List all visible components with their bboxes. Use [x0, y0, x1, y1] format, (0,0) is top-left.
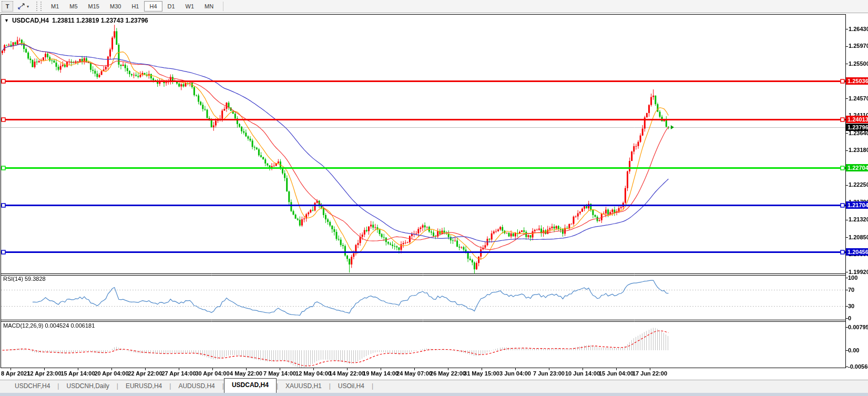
price-axis-label: 1.25500 [849, 60, 868, 67]
price-axis-label: 1.23180 [849, 147, 868, 154]
time-axis-label: 3 Jun 04:00 [499, 370, 531, 377]
dropdown-caret-icon: ▾ [27, 4, 29, 9]
price-axis-label: 1.26430 [849, 26, 868, 33]
macd-axis-label: 0.00 [848, 347, 859, 353]
chart-tab-audusd[interactable]: AUDUSD,H4 [171, 380, 222, 393]
timeframe-button-h1[interactable]: H1 [126, 1, 144, 12]
price-level-badge: 1.25036 [846, 77, 868, 85]
price-axis-label: 1.25970 [849, 43, 868, 49]
rsi-panel-title: RSI(14) 59.3828 [3, 276, 46, 282]
rsi-axis-label: 0 [848, 315, 851, 321]
time-axis-label: 31 May 15:00 [464, 370, 499, 377]
time-axis-label: 8 Apr 2021 [1, 370, 30, 377]
rsi-axis-label: 100 [848, 275, 857, 281]
timeframe-button-m1[interactable]: M1 [46, 1, 64, 12]
price-axis-label: 1.21320 [849, 216, 868, 223]
terminal-window: T ▾ M1M5M15M30H1H4D1W1MN ▼ USDCAD,H4 1.2… [0, 0, 868, 396]
timeframe-button-m5[interactable]: M5 [64, 1, 83, 12]
text-tool-button[interactable]: T [2, 1, 13, 12]
timeframe-button-mn[interactable]: MN [199, 1, 219, 12]
toolbar-separator [223, 2, 223, 11]
price-level-badge: 1.21704 [846, 201, 868, 209]
collapse-triangle-icon[interactable]: ▼ [4, 18, 9, 23]
timeframe-button-w1[interactable]: W1 [180, 1, 200, 12]
toolbar-grip [36, 2, 42, 11]
chart-tab-eurusd[interactable]: EURUSD,H4 [118, 380, 169, 393]
price-level-badge: 1.24013 [846, 116, 868, 123]
time-axis-label: 15 Apr 14:00 [60, 370, 95, 377]
chart-tab-bar: USDCHF,H4|USDCNH,Daily|EURUSD,H4|AUDUSD,… [0, 380, 868, 393]
chart-tab-usoil[interactable]: USOil,H4 [331, 380, 372, 393]
price-chart-canvas[interactable] [0, 0, 868, 396]
cursor-tool-button[interactable]: ▾ [14, 1, 32, 12]
price-level-badge: 1.22704 [846, 164, 868, 171]
window-bottom-edge [0, 393, 868, 396]
macd-axis-label: 0.007959 [848, 324, 868, 330]
macd-axis-label: -0.005663 [848, 363, 868, 370]
crosshair-arrows-icon [17, 3, 25, 10]
rsi-axis-label: 30 [848, 303, 854, 309]
time-axis-label: 4 May 22:00 [230, 370, 262, 377]
chart-ohlc-values: 1.23811 1.23819 1.23743 1.23796 [52, 17, 148, 24]
timeframe-button-h4[interactable]: H4 [144, 1, 162, 12]
time-axis-label: 7 Jun 23:00 [533, 370, 565, 377]
top-toolbar: T ▾ M1M5M15M30H1H4D1W1MN [0, 0, 868, 13]
time-axis-label: 14 May 22:00 [329, 370, 365, 377]
time-axis-label: 19 May 14:00 [363, 370, 399, 377]
macd-panel-title: MACD(12,26,9) 0.004524 0.006181 [3, 322, 95, 329]
time-axis-label: 7 May 14:00 [263, 370, 296, 377]
time-axis-label: 10 Jun 14:00 [565, 370, 600, 377]
tab-separator: | [372, 380, 373, 393]
chart-header: ▼ USDCAD,H4 1.23811 1.23819 1.23743 1.23… [4, 17, 148, 24]
chart-tab-xauusd[interactable]: XAUUSD,H1 [278, 380, 329, 393]
chart-symbol-label: USDCAD,H4 [12, 17, 49, 24]
time-axis-label: 12 May 04:00 [295, 370, 331, 377]
timeframe-button-m15[interactable]: M15 [83, 1, 105, 12]
chart-tab-usdchf[interactable]: USDCHF,H4 [7, 380, 57, 393]
price-axis-label: 1.24570 [849, 95, 868, 102]
chart-tab-usdcad[interactable]: USDCAD,H4 [224, 378, 277, 393]
time-axis-label: 20 Apr 04:00 [94, 370, 128, 377]
time-axis-label: 17 Jun 22:00 [632, 370, 667, 377]
rsi-axis-label: 70 [848, 287, 854, 293]
time-axis-label: 24 May 07:00 [396, 370, 432, 377]
time-axis-label: 22 Apr 22:00 [128, 370, 162, 377]
time-axis-label: 26 May 22:00 [430, 370, 466, 377]
price-axis-label: 1.22250 [849, 181, 868, 188]
time-axis-label: 12 Apr 23:00 [27, 370, 61, 377]
timeframe-button-d1[interactable]: D1 [162, 1, 180, 12]
price-level-badge: 1.20456 [846, 248, 868, 256]
chart-tab-usdcnh[interactable]: USDCNH,Daily [59, 380, 116, 393]
price-axis-label: 1.20850 [849, 234, 868, 241]
timeframe-group: M1M5M15M30H1H4D1W1MN [46, 1, 219, 12]
price-level-badge: 1.23796 [846, 124, 868, 131]
time-axis-label: 15 Jun 04:00 [599, 370, 634, 377]
time-axis-label: 27 Apr 14:00 [161, 370, 196, 377]
timeframe-button-m30[interactable]: M30 [105, 1, 126, 12]
time-axis-label: 30 Apr 04:00 [195, 370, 229, 377]
